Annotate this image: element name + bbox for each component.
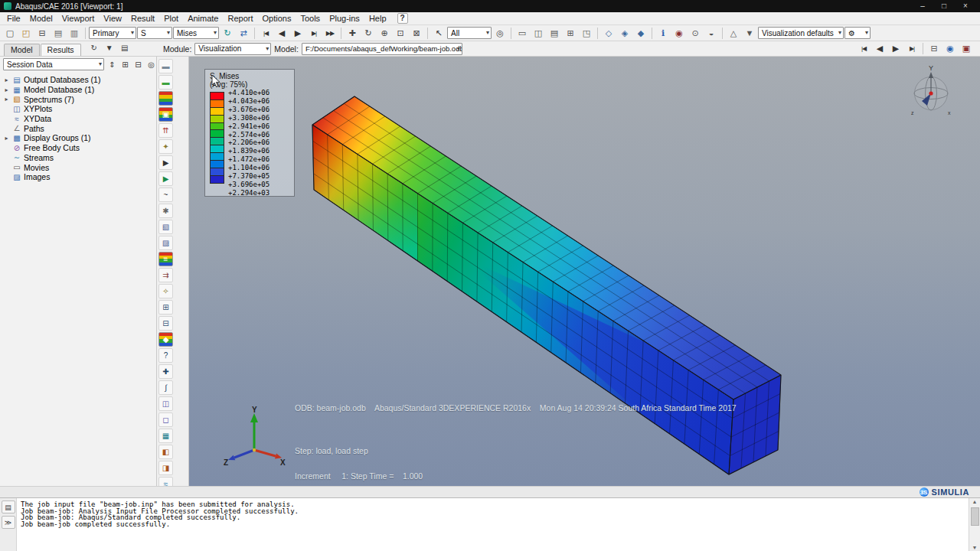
scroll-up-icon[interactable]: ▲ [969, 499, 980, 504]
play-animation-icon[interactable]: ▶ [290, 25, 305, 41]
tab-results[interactable]: Results [41, 44, 81, 56]
xy-options-icon[interactable]: ◻ [158, 412, 173, 427]
first-increment-icon[interactable]: |◀ [856, 41, 871, 57]
menu-item-animate[interactable]: Animate [183, 12, 223, 24]
title-block-toggle-icon[interactable]: ⊞ [563, 25, 578, 41]
tree-expand-arrow[interactable]: ▸ [3, 86, 10, 93]
tree-item-movies[interactable]: ▭Movies [0, 162, 156, 172]
tree-expand-arrow[interactable]: ▸ [3, 135, 10, 142]
viewport-annotation-icon[interactable]: ▭ [514, 25, 530, 41]
selection-magnifier-icon[interactable]: ◎ [492, 25, 508, 41]
new-model-icon[interactable]: ▢ [2, 25, 18, 41]
rotate-view-icon[interactable]: ↻ [361, 25, 376, 41]
plot-contours-on-both-icon[interactable]: ▣ [158, 107, 173, 122]
orientation-options-icon[interactable]: ✧ [158, 284, 173, 298]
box-zoom-icon[interactable]: ⊡ [393, 25, 408, 41]
query-information-icon[interactable]: ? [158, 348, 173, 363]
legend-toggle-icon[interactable]: ▤ [547, 25, 562, 41]
field-output-variable-select[interactable]: S [137, 27, 172, 39]
pan-view-icon[interactable]: ✚ [345, 25, 360, 41]
tree-collapse-all-icon[interactable]: ⊟ [132, 57, 145, 72]
info-icon[interactable]: ℹ [655, 25, 671, 41]
auto-fit-icon[interactable]: ⊠ [409, 25, 424, 41]
beam-model-render[interactable] [189, 57, 980, 486]
plot-contours-on-deformed-icon[interactable] [158, 91, 173, 106]
shaded-render-icon[interactable]: ◆ [633, 25, 648, 41]
selection-filter-select[interactable]: All [447, 27, 492, 39]
view-cut-manager-icon[interactable]: ◧ [158, 445, 173, 459]
message-scrollbar[interactable]: ▲ ▼ [969, 498, 980, 551]
next-increment-icon[interactable]: ▶ [888, 41, 903, 57]
close-button[interactable]: × [961, 0, 970, 12]
snapshot-icon[interactable]: ◉ [942, 41, 958, 57]
tree-item-streams[interactable]: ∼Streams [0, 153, 156, 163]
message-log[interactable]: The job input file "beam-job.inp" has be… [21, 501, 966, 527]
menu-item-plot[interactable]: Plot [159, 12, 183, 24]
display-group-manager-icon[interactable]: ⊟ [158, 316, 173, 331]
show-edges-icon[interactable]: ◉ [671, 25, 687, 41]
scroll-down-icon[interactable]: ▼ [969, 545, 980, 550]
menu-item-view[interactable]: View [99, 12, 126, 24]
color-code-dialog-icon[interactable]: ◆ [158, 332, 173, 347]
display-defaults-select[interactable]: Visualization defaults [758, 27, 844, 39]
tree-filter-icon[interactable]: ▼ [102, 40, 117, 55]
minimize-button[interactable]: – [918, 0, 927, 12]
field-output-component-select[interactable]: Mises [173, 27, 219, 39]
tree-root-select[interactable]: Session Data [3, 58, 104, 70]
color-code-icon[interactable]: ▼ [742, 25, 757, 41]
animate-scale-factor-icon[interactable]: ▶ [158, 155, 173, 170]
menu-item-model[interactable]: Model [25, 12, 57, 24]
menu-item-options[interactable]: Options [258, 12, 296, 24]
tree-expand-all-icon[interactable]: ⊞ [119, 57, 132, 72]
wireframe-render-icon[interactable]: ◇ [601, 25, 616, 41]
animation-options-icon[interactable]: ✱ [158, 204, 173, 218]
command-line-tab[interactable]: ≫ [2, 516, 15, 529]
contour-options-icon[interactable]: ≡ [158, 252, 173, 266]
animate-harmonic-icon[interactable]: ~ [158, 187, 173, 202]
tree-item-spectrums-7[interactable]: ▸▧Spectrums (7) [0, 94, 156, 104]
menu-item-plug-ins[interactable]: Plug-ins [325, 12, 364, 24]
view-options-icon[interactable]: △ [726, 25, 741, 41]
menu-item-report[interactable]: Report [223, 12, 257, 24]
tree-options-icon[interactable]: ▤ [117, 40, 132, 55]
tree-item-paths[interactable]: ∠Paths [0, 123, 156, 133]
plot-symbols-icon[interactable]: ⇈ [158, 123, 173, 138]
superimpose-options-icon[interactable]: ▨ [158, 236, 173, 250]
common-plot-options-icon[interactable]: ▧ [158, 220, 173, 234]
first-frame-icon[interactable]: |◀ [258, 25, 273, 41]
view-compass[interactable]: Y z x [906, 63, 956, 118]
menu-item-viewport[interactable]: Viewport [57, 12, 100, 24]
scroll-thumb[interactable] [971, 507, 979, 526]
last-frame-icon[interactable]: ▶▶ [322, 25, 338, 41]
tree-item-output-databases-1[interactable]: ▸▤Output Databases (1) [0, 75, 156, 85]
state-block-toggle-icon[interactable]: ◳ [579, 25, 594, 41]
print-icon[interactable]: ⊟ [34, 25, 50, 41]
create-display-group-icon[interactable]: ⊞ [158, 300, 173, 315]
lighting-icon[interactable]: ◒ [704, 25, 719, 41]
record-animation-icon[interactable]: ▣ [959, 41, 974, 57]
tree-item-xyplots[interactable]: ◫XYPlots [0, 104, 156, 114]
free-body-cut-manager-icon[interactable]: ◨ [158, 461, 173, 475]
tree-item-display-groups-1[interactable]: ▸▩Display Groups (1) [0, 133, 156, 143]
probe-values-icon[interactable]: ✚ [158, 364, 173, 379]
tree-refresh-icon[interactable]: ↻ [87, 40, 102, 55]
tree-sort-icon[interactable]: ⇕ [106, 57, 119, 72]
odb-manager-icon[interactable]: ▥ [67, 25, 82, 41]
toolbox-config-select[interactable]: ⚙ [844, 27, 871, 39]
previous-frame-icon[interactable]: ◀ [274, 25, 289, 41]
menu-item-result[interactable]: Result [126, 12, 159, 24]
menu-item-tools[interactable]: Tools [296, 12, 325, 24]
model-select[interactable]: F:/Documents/abaqus_defWorking/beam-job.… [302, 43, 462, 55]
print-viewport-icon[interactable]: ⊟ [926, 41, 942, 57]
tree-item-xydata[interactable]: ≈XYData [0, 114, 156, 124]
last-increment-icon[interactable]: ▶| [904, 41, 920, 57]
apply-field-output-icon[interactable]: ↻ [220, 25, 235, 41]
field-output-dialog-icon[interactable]: ▦ [158, 429, 173, 443]
plot-undeformed-shape-icon[interactable]: ▬ [158, 59, 173, 73]
tree-expand-arrow[interactable]: ▸ [3, 96, 10, 103]
tab-model[interactable]: Model [4, 44, 40, 56]
message-manager-tab[interactable]: ▤ [2, 500, 15, 514]
previous-increment-icon[interactable]: ◀ [872, 41, 887, 57]
open-file-icon[interactable]: ◰ [18, 25, 34, 41]
magnify-view-icon[interactable]: ⊕ [377, 25, 392, 41]
